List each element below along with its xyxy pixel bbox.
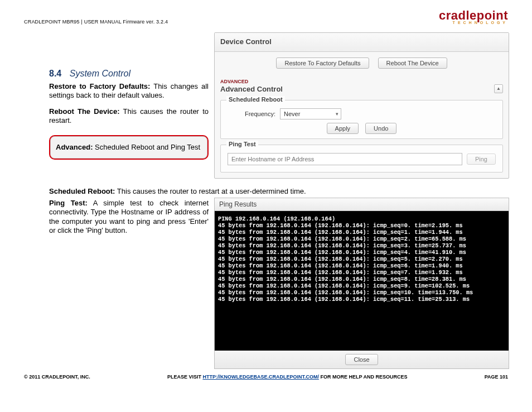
reboot-device-button[interactable]: Reboot The Device: [378, 58, 447, 69]
device-control-buttons: Restore To Factory Defaults Reboot The D…: [215, 52, 509, 76]
frequency-label: Frequency:: [228, 111, 275, 117]
ping-results-panel: Ping Results PING 192.168.0.164 (192.168…: [214, 198, 509, 369]
collapse-button[interactable]: ▲: [494, 84, 503, 93]
ping-results-title: Ping Results: [215, 198, 509, 211]
para-scheduled-reboot: Scheduled Reboot: This causes the router…: [49, 187, 336, 196]
device-control-title: Device Control: [215, 33, 509, 52]
scheduled-reboot-legend: Scheduled Reboot: [226, 96, 285, 103]
ping-results-terminal: PING 192.168.0.164 (192.168.0.164) 45 by…: [215, 211, 509, 351]
footer-right: PAGE 101: [485, 374, 508, 380]
apply-button[interactable]: Apply: [327, 123, 359, 134]
sched-label: Scheduled Reboot:: [49, 187, 115, 195]
para-ping-test: Ping Test: A simple test to check intern…: [49, 199, 209, 235]
advanced-highlight-box: Advanced: Scheduled Reboot and Ping Test: [49, 135, 209, 160]
close-button[interactable]: Close: [345, 354, 378, 365]
doc-footer: © 2011 CRADLEPOINT, INC. PLEASE VISIT HT…: [24, 374, 508, 380]
adv-text: Scheduled Reboot and Ping Test: [93, 143, 200, 151]
scheduled-reboot-buttons: Apply Undo: [228, 123, 496, 134]
frequency-value: Never: [284, 111, 300, 117]
ping-label: Ping Test:: [49, 199, 88, 207]
advanced-tag: ADVANCED: [215, 76, 509, 84]
ping-test-legend: Ping Test: [226, 141, 258, 147]
footer-center-prefix: PLEASE VISIT: [167, 374, 203, 380]
device-control-panel: Device Control Restore To Factory Defaul…: [214, 32, 509, 179]
footer-link[interactable]: HTTP://KNOWLEDGEBASE.CRADLEPOINT.COM/: [202, 374, 319, 380]
brand-logo: cradlepoint TECHNOLOGY: [439, 10, 508, 25]
doc-header-text: CRADLEPOINT MBR95 | USER MANUAL Firmware…: [24, 19, 168, 25]
advanced-control-title: Advanced Control ▲: [215, 84, 509, 97]
footer-left: © 2011 CRADLEPOINT, INC.: [24, 374, 90, 380]
frequency-select[interactable]: Never ▾: [280, 108, 341, 119]
footer-center-suffix: FOR MORE HELP AND RESOURCES: [319, 374, 408, 380]
ping-results-footer: Close: [215, 351, 509, 368]
brand-logo-main: cradlepoint: [439, 10, 508, 21]
section-number: 8.4: [49, 69, 61, 78]
doc-header: CRADLEPOINT MBR95 | USER MANUAL Firmware…: [24, 10, 508, 25]
para-reboot-label: Reboot The Device:: [49, 107, 120, 116]
footer-center: PLEASE VISIT HTTP://KNOWLEDGEBASE.CRADLE…: [90, 374, 485, 380]
scheduled-reboot-fieldset: Scheduled Reboot Frequency: Never ▾ Appl…: [220, 100, 503, 139]
chevron-down-icon: ▾: [336, 111, 338, 117]
adv-label: Advanced:: [56, 143, 93, 151]
restore-defaults-button[interactable]: Restore To Factory Defaults: [276, 58, 369, 69]
ping-host-input[interactable]: [228, 153, 462, 165]
frequency-row: Frequency: Never ▾: [228, 108, 496, 119]
section-name: System Control: [70, 69, 130, 78]
body-left-column: 8.4 System Control Restore to Factory De…: [49, 69, 209, 170]
para-restore-label: Restore to Factory Defaults:: [49, 82, 150, 90]
sched-text: This causes the router to restart at a u…: [115, 187, 306, 195]
ping-test-row: Ping: [228, 153, 496, 165]
para-restore: Restore to Factory Defaults: This change…: [49, 82, 209, 100]
para-reboot: Reboot The Device: This causes the route…: [49, 107, 209, 126]
section-title: 8.4 System Control: [49, 69, 209, 79]
advanced-control-label: Advanced Control: [220, 85, 283, 93]
ping-test-fieldset: Ping Test Ping: [220, 145, 503, 173]
ping-button[interactable]: Ping: [467, 154, 496, 165]
undo-button[interactable]: Undo: [365, 123, 396, 134]
